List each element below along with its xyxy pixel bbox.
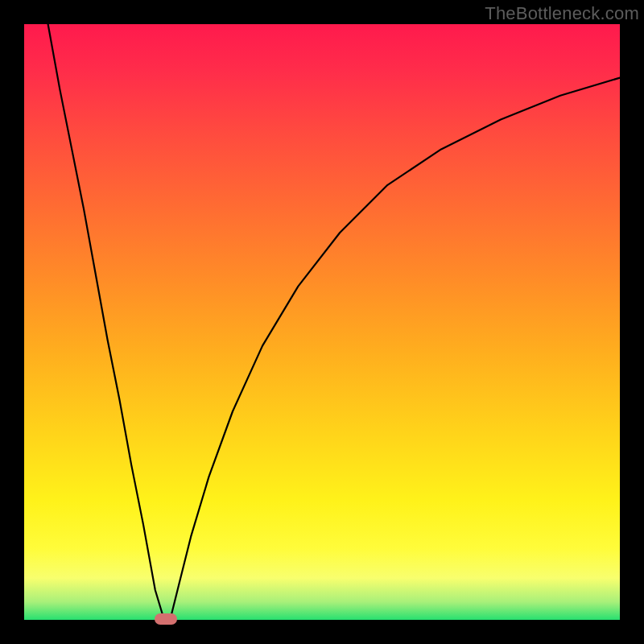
minimum-marker [155,613,177,625]
outer-frame: TheBottleneck.com [0,0,644,644]
gradient-plot-area [24,24,620,620]
bottleneck-curve [24,24,620,620]
watermark-text: TheBottleneck.com [485,3,639,24]
